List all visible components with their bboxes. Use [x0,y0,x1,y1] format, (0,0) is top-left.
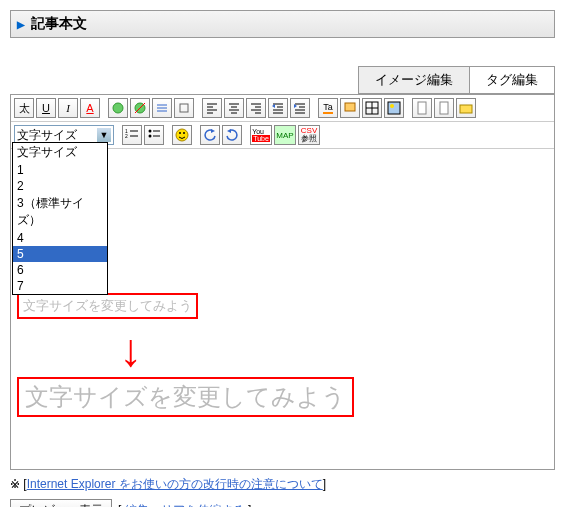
folder-icon [459,101,473,115]
globe-unlink-icon [133,101,147,115]
redo-button[interactable] [222,125,242,145]
footer-actions: プレビュー表示 [ 編集エリアを伸縮する ] [10,499,555,507]
table-icon [365,101,379,115]
toolbar-row-1: 太 U I A Ta [11,95,554,122]
undo-button[interactable] [200,125,220,145]
bucket-icon [343,101,357,115]
indent-button[interactable] [290,98,310,118]
italic-button[interactable]: I [58,98,78,118]
expand-editor-link[interactable]: 編集エリアを伸縮する [125,503,245,507]
globe-link-icon [111,101,125,115]
dropdown-arrow-icon: ▼ [97,128,111,142]
file-icon [437,101,451,115]
font-size-option[interactable]: 3（標準サイズ） [13,194,107,230]
ul-icon [147,128,161,142]
clear-format-button[interactable] [174,98,194,118]
expand-wrap: [ 編集エリアを伸縮する ] [118,502,251,507]
font-size-option[interactable]: 文字サイズ [13,143,107,162]
svg-marker-50 [227,129,231,133]
file-icon [415,101,429,115]
svg-rect-33 [388,102,400,114]
svg-rect-29 [345,103,355,111]
map-button[interactable]: MAP [274,125,296,145]
align-right-button[interactable] [246,98,266,118]
preview-button[interactable]: プレビュー表示 [10,499,112,507]
font-size-option[interactable]: 7 [13,278,107,294]
svg-marker-20 [272,104,275,108]
file-button-2[interactable] [434,98,454,118]
ordered-list-button[interactable]: 12 [122,125,142,145]
svg-point-44 [149,135,152,138]
editor-tabs: イメージ編集 タグ編集 [10,66,555,94]
svg-rect-35 [418,102,426,114]
note-suffix: ] [323,477,326,491]
toolbar-row-2: 文字サイズ ▼ 文字サイズ123（標準サイズ）4567 12 YouTube M… [11,122,554,149]
emoji-button[interactable] [172,125,192,145]
font-size-option[interactable]: 1 [13,162,107,178]
sample-text-before: 文字サイズを変更してみよう [17,293,198,319]
redo-icon [225,128,239,142]
text-color-button[interactable]: Ta [318,98,338,118]
smiley-icon [175,128,189,142]
svg-rect-37 [460,105,472,113]
ie-note-link[interactable]: Internet Explorer をお使いの方の改行時の注意について [27,477,323,491]
hr-icon [155,101,169,115]
svg-marker-25 [294,104,297,108]
image-icon [387,101,401,115]
file-button-1[interactable] [412,98,432,118]
note-prefix: ※ [ [10,477,27,491]
expand-suffix: ] [245,503,252,507]
tab-tag-edit[interactable]: タグ編集 [469,66,555,94]
youtube-label: YouTube [252,128,270,142]
align-right-icon [249,101,263,115]
section-header: ▶ 記事本文 [10,10,555,38]
align-left-icon [205,101,219,115]
svg-point-0 [113,103,123,113]
outdent-button[interactable] [268,98,288,118]
clear-icon [177,101,191,115]
svg-point-47 [179,132,181,134]
align-left-button[interactable] [202,98,222,118]
csv-label: CSV参照 [301,127,317,143]
indent-icon [293,101,307,115]
underline-button[interactable]: U [36,98,56,118]
svg-point-34 [390,104,394,108]
undo-icon [203,128,217,142]
svg-text:2: 2 [125,133,128,139]
arrow-down-icon: ↓ [119,327,142,373]
align-center-button[interactable] [224,98,244,118]
expand-prefix: [ [118,503,125,507]
svg-marker-49 [211,129,215,133]
font-color-label: A [86,102,93,114]
svg-point-42 [149,130,152,133]
font-size-dropdown[interactable]: 文字サイズ123（標準サイズ）4567 [12,142,108,295]
bold-button[interactable]: 太 [14,98,34,118]
svg-rect-6 [180,104,188,112]
align-center-icon [227,101,241,115]
section-title: 記事本文 [31,15,87,33]
unordered-list-button[interactable] [144,125,164,145]
ol-icon: 12 [125,128,139,142]
editor: 太 U I A Ta 文字サイズ ▼ 文字サイズ123（標準サイズ）4567 1… [10,94,555,470]
tab-image-edit[interactable]: イメージ編集 [358,66,470,94]
youtube-button[interactable]: YouTube [250,125,272,145]
font-size-option[interactable]: 2 [13,178,107,194]
hr-button[interactable] [152,98,172,118]
font-size-option[interactable]: 5 [13,246,107,262]
sample-text-after: 文字サイズを変更してみよう [17,377,354,417]
folder-button[interactable] [456,98,476,118]
bullet-icon: ▶ [17,19,25,30]
font-color-button[interactable]: A [80,98,100,118]
unlink-button[interactable] [130,98,150,118]
csv-button[interactable]: CSV参照 [298,125,320,145]
footer-note: ※ [Internet Explorer をお使いの方の改行時の注意について] [10,476,555,493]
font-size-option[interactable]: 4 [13,230,107,246]
svg-point-48 [183,132,185,134]
font-size-value: 文字サイズ [17,127,77,144]
table-button[interactable] [362,98,382,118]
image-button[interactable] [384,98,404,118]
svg-rect-36 [440,102,448,114]
link-button[interactable] [108,98,128,118]
font-size-option[interactable]: 6 [13,262,107,278]
bg-color-button[interactable] [340,98,360,118]
